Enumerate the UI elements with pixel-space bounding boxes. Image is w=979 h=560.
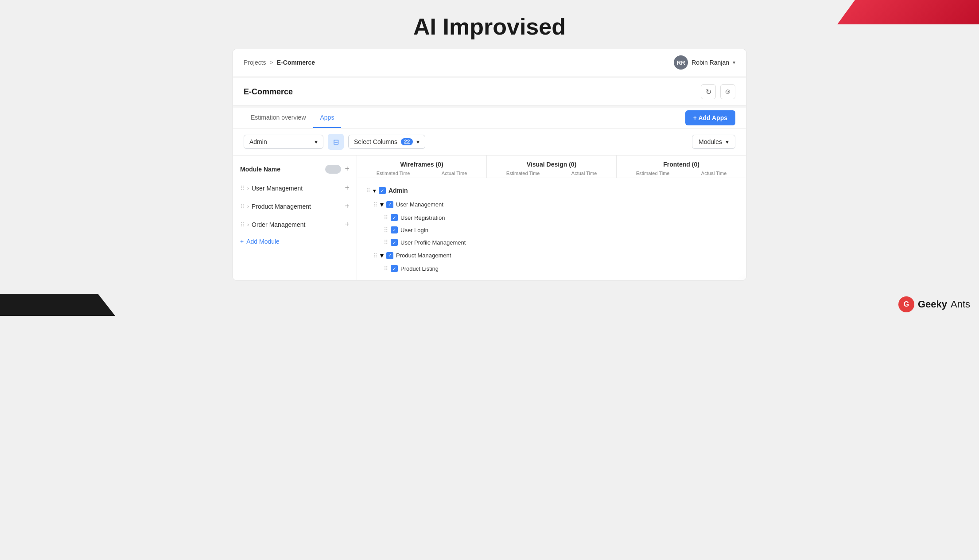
sidebar-item-order-management[interactable]: ⠿ › Order Management + xyxy=(233,215,357,233)
sidebar-header: Module Name + xyxy=(233,163,357,179)
visual-design-estimated-time: Estimated Time xyxy=(506,171,540,176)
tabs-bar: Estimation overview Apps + Add Apps xyxy=(233,108,746,128)
toggle-switch[interactable] xyxy=(325,165,341,174)
product-management-row: ⠿ ▾ ✓ Product Management xyxy=(362,249,741,262)
columns-count-badge: 22 xyxy=(401,138,413,145)
sidebar: Module Name + ⠿ › User Management + ⠿ › … xyxy=(233,156,357,280)
user-login-label: User Login xyxy=(400,227,428,233)
columns-select-label: Select Columns xyxy=(354,138,397,145)
breadcrumb-separator: > xyxy=(270,59,273,66)
wireframes-estimated-time: Estimated Time xyxy=(377,171,410,176)
project-title: E-Commerce xyxy=(244,87,293,97)
filter-icon-button[interactable]: ⊟ xyxy=(328,134,344,150)
user-login-row: ⠿ ✓ User Login xyxy=(362,224,741,236)
modules-chevron-icon: ▾ xyxy=(726,138,729,145)
geekyants-logo: G Geeky Ants xyxy=(898,296,970,312)
chevron-right-icon: › xyxy=(247,203,249,210)
user-profile-label: User Profile Management xyxy=(400,239,466,246)
visual-design-actual-time: Actual Time xyxy=(571,171,597,176)
frontend-sub-headers: Estimated Time Actual Time xyxy=(620,171,742,176)
product-listing-row: ⠿ ✓ Product Listing xyxy=(362,262,741,275)
app-select-dropdown[interactable]: Admin ▾ xyxy=(244,135,323,149)
frontend-estimated-time: Estimated Time xyxy=(636,171,670,176)
sidebar-header-actions: + xyxy=(325,164,350,174)
tab-estimation-overview[interactable]: Estimation overview xyxy=(244,108,313,128)
product-mgmt-collapse-icon[interactable]: ▾ xyxy=(380,251,384,260)
add-module-icon-button[interactable]: + xyxy=(345,164,350,174)
drag-handle-icon: ⠿ xyxy=(384,214,388,221)
drag-handle-icon: ⠿ xyxy=(373,201,377,208)
frontend-actual-time: Actual Time xyxy=(701,171,726,176)
product-listing-checkbox[interactable]: ✓ xyxy=(391,265,398,272)
add-apps-button[interactable]: + Add Apps xyxy=(685,110,735,125)
chevron-right-icon: › xyxy=(247,222,249,228)
add-module-link[interactable]: + Add Module xyxy=(233,233,357,249)
wireframes-title: Wireframes (0) xyxy=(361,161,483,168)
breadcrumb: Projects > E-Commerce xyxy=(244,59,315,66)
drag-handle-icon: ⠿ xyxy=(366,187,370,194)
drag-handle-icon: ⠿ xyxy=(240,185,245,192)
user-management-label: User Management xyxy=(396,201,443,208)
columns-select-dropdown[interactable]: Select Columns 22 ▾ xyxy=(348,135,425,149)
frontend-header: Frontend (0) Estimated Time Actual Time xyxy=(617,156,746,178)
user-management-checkbox[interactable]: ✓ xyxy=(386,201,393,208)
app-select-chevron: ▾ xyxy=(315,138,318,145)
columns-chevron-icon: ▾ xyxy=(416,138,420,145)
avatar: RR xyxy=(674,55,688,70)
add-module-plus-icon: + xyxy=(240,238,244,245)
drag-handle-icon: ⠿ xyxy=(373,252,377,259)
admin-checkbox[interactable]: ✓ xyxy=(379,187,386,194)
sliders-icon: ⊟ xyxy=(333,138,339,146)
product-listing-label: Product Listing xyxy=(400,265,439,272)
modules-button[interactable]: Modules ▾ xyxy=(692,135,735,149)
module-name-user-management: User Management xyxy=(252,185,342,192)
user-registration-row: ⠿ ✓ User Registration xyxy=(362,211,741,224)
add-order-management-button[interactable]: + xyxy=(345,220,350,229)
table-area: Wireframes (0) Estimated Time Actual Tim… xyxy=(357,156,746,280)
emoji-button[interactable]: ☺ xyxy=(720,84,735,99)
drag-handle-icon: ⠿ xyxy=(240,221,245,228)
product-management-label: Product Management xyxy=(396,252,451,259)
main-content: Module Name + ⠿ › User Management + ⠿ › … xyxy=(233,156,746,280)
geekyants-icon: G xyxy=(898,296,914,312)
visual-design-header: Visual Design (0) Estimated Time Actual … xyxy=(487,156,617,178)
tabs: Estimation overview Apps xyxy=(244,108,341,128)
geekyants-brand-name: Geeky xyxy=(918,299,947,310)
history-button[interactable]: ↻ xyxy=(701,84,716,99)
user-chevron-icon: ▾ xyxy=(733,59,735,66)
add-module-label: Add Module xyxy=(246,238,280,245)
bottom-black-bar xyxy=(0,294,115,316)
breadcrumb-parent[interactable]: Projects xyxy=(244,59,266,66)
user-menu[interactable]: RR Robin Ranjan ▾ xyxy=(674,55,735,70)
breadcrumb-current: E-Commerce xyxy=(277,59,315,66)
wireframes-sub-headers: Estimated Time Actual Time xyxy=(361,171,483,176)
modules-label: Modules xyxy=(699,138,722,145)
sidebar-title: Module Name xyxy=(240,166,280,173)
geekyants-suffix: Ants xyxy=(951,299,970,310)
drag-handle-icon: ⠿ xyxy=(384,265,388,272)
app-select-value: Admin xyxy=(249,138,267,145)
page-title: AI Improvised xyxy=(0,0,979,49)
app-admin-row: ⠿ ▾ ✓ Admin xyxy=(362,183,741,198)
product-management-checkbox[interactable]: ✓ xyxy=(386,252,393,259)
filters-row: Admin ▾ ⊟ Select Columns 22 ▾ Modules ▾ xyxy=(233,128,746,156)
chevron-right-icon: › xyxy=(247,185,249,191)
admin-label: Admin xyxy=(388,187,408,194)
user-name: Robin Ranjan xyxy=(692,59,729,66)
admin-collapse-icon[interactable]: ▾ xyxy=(373,187,376,194)
table-content: ⠿ ▾ ✓ Admin ⠿ ▾ ✓ User Management ⠿ xyxy=(357,178,746,280)
add-user-management-button[interactable]: + xyxy=(345,183,350,193)
user-profile-checkbox[interactable]: ✓ xyxy=(391,239,398,246)
user-login-checkbox[interactable]: ✓ xyxy=(391,226,398,233)
user-mgmt-collapse-icon[interactable]: ▾ xyxy=(380,200,384,209)
table-column-headers: Wireframes (0) Estimated Time Actual Tim… xyxy=(357,156,746,178)
drag-handle-icon: ⠿ xyxy=(384,226,388,233)
tab-apps[interactable]: Apps xyxy=(313,108,342,128)
wireframes-header: Wireframes (0) Estimated Time Actual Tim… xyxy=(357,156,487,178)
user-registration-checkbox[interactable]: ✓ xyxy=(391,214,398,221)
sidebar-item-user-management[interactable]: ⠿ › User Management + xyxy=(233,179,357,197)
add-product-management-button[interactable]: + xyxy=(345,202,350,211)
visual-design-title: Visual Design (0) xyxy=(490,161,613,168)
visual-design-sub-headers: Estimated Time Actual Time xyxy=(490,171,613,176)
sidebar-item-product-management[interactable]: ⠿ › Product Management + xyxy=(233,197,357,215)
